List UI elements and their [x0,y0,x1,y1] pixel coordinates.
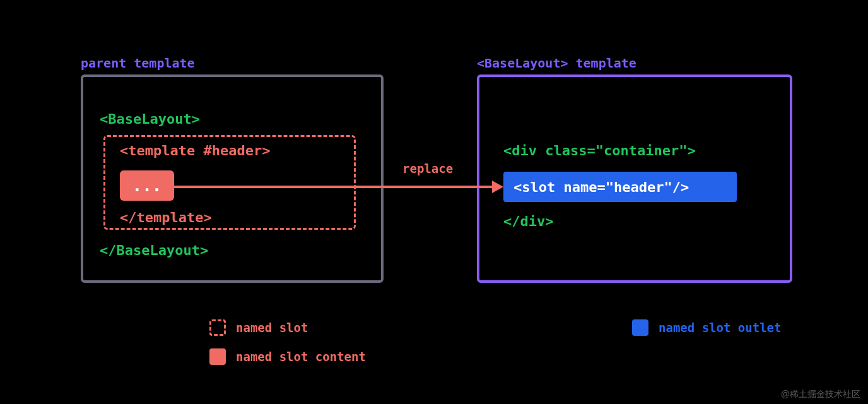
legend-named-slot-outlet: named slot outlet [632,319,781,336]
legend-named-slot: named slot [209,319,308,336]
legend-swatch-solid-red [209,348,226,365]
arrow-label: replace [402,162,453,175]
watermark: @稀土掘金技术社区 [781,389,860,400]
slot-outlet: <slot name="header"/> [503,172,737,202]
baselayout-template-title: <BaseLayout> template [477,56,636,71]
slot-content-dots: ... [120,170,174,201]
legend-swatch-dashed-red [209,319,226,336]
legend-named-slot-content: named slot content [209,348,366,365]
template-header-close: </template> [120,210,212,225]
div-container-open: <div class="container"> [503,143,696,158]
baselayout-close: </BaseLayout> [100,242,208,258]
legend-named-slot-outlet-label: named slot outlet [659,321,781,335]
div-container-close: </div> [503,213,553,229]
template-header-open: <template #header> [120,143,270,158]
legend-named-slot-label: named slot [236,321,308,335]
parent-template-title: parent template [81,56,195,71]
baselayout-open: <BaseLayout> [100,111,200,127]
legend-named-slot-content-label: named slot content [236,350,366,364]
legend-swatch-solid-blue [632,319,648,336]
